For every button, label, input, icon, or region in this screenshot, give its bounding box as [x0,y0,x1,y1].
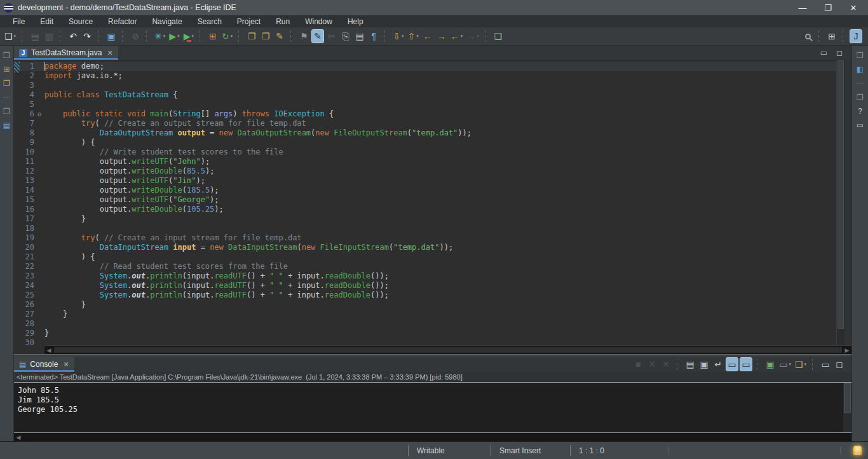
console-vertical-scrollbar-thumb[interactable] [844,383,851,413]
shift-right-button[interactable]: ⎘ [339,29,352,43]
editor-horizontal-scrollbar-thumb[interactable] [54,347,842,353]
external-tools-button[interactable]: ↻▾ [220,29,234,43]
console-view-button[interactable]: ▤ [1,118,13,132]
word-wrap-button[interactable]: ↵ [712,357,724,371]
code-editor-area[interactable]: 1package demo;2import java.io.*;34public… [14,60,836,345]
editor-minimize-button[interactable]: ▭ [820,48,827,57]
link-with-editor-button[interactable]: ✂ [325,29,338,43]
terminate-button[interactable]: ■ [632,357,644,371]
previous-annotation-button[interactable]: ⇧▾ [406,29,419,43]
coverage-button[interactable]: ▶▾ [182,29,195,43]
menu-refactor[interactable]: Refactor [100,17,144,26]
chevron-down-icon[interactable]: ▾ [14,34,17,39]
window-minimize-button[interactable]: — [798,3,807,13]
chevron-down-icon[interactable]: ▾ [191,34,194,39]
console-scroll-left-arrow-icon[interactable]: ◀ [14,433,23,441]
project-explorer-button[interactable]: ❐ [1,76,13,90]
restore-right-top-view-button[interactable]: ❐ [854,48,867,62]
restore-left-bottom-view-button[interactable]: ❐ [1,104,13,118]
menu-help[interactable]: Help [340,17,371,26]
open-type-button[interactable]: ❐ [245,29,258,43]
console-output-line: John 85.5 [18,386,843,395]
restore-right-bottom-view-button[interactable]: ❐ [854,90,867,104]
pin-console-button[interactable]: ▣ [764,357,776,371]
open-perspective-button[interactable]: ⊞ [825,29,838,43]
annotate-button[interactable]: ✎ [273,29,286,43]
show-selected-element-button[interactable]: ▤ [353,29,366,43]
run-button[interactable]: ▶▾ [168,29,180,43]
remove-all-terminated-button[interactable]: ✕ [660,357,672,371]
scroll-left-arrow-icon[interactable]: ◀ [44,346,53,354]
editor-tab-testdatastream[interactable]: J TestDataStream.java ✕ [14,46,118,60]
editor-maximize-button[interactable]: ◻ [836,48,843,57]
window-close-button[interactable]: ✕ [849,3,858,13]
menu-file[interactable]: File [5,17,32,26]
redo-button[interactable]: ↷ [81,29,93,43]
package-explorer-button[interactable]: ⊞ [1,62,13,76]
back-history-button[interactable]: ←▾ [449,29,465,43]
restore-left-top-view-button[interactable]: ❐ [1,48,13,62]
next-annotation-button[interactable]: ⇩▾ [391,29,405,43]
menu-edit[interactable]: Edit [32,17,61,26]
maximize-console-button[interactable]: ◻ [833,357,846,371]
menu-run[interactable]: Run [268,17,297,26]
save-all-button[interactable]: ▥ [43,29,55,43]
open-console-button[interactable]: ❏▾ [794,357,808,371]
editor-vertical-scrollbar-thumb[interactable] [837,60,844,329]
last-edit-location-button[interactable]: ← [421,29,434,43]
editor-tab-close-icon[interactable]: ✕ [107,49,112,57]
save-button[interactable]: ▤ [29,29,41,43]
chevron-down-icon[interactable]: ▾ [804,362,806,367]
search-c-button[interactable]: ⚑ [297,29,310,43]
chevron-down-icon[interactable]: ▾ [789,362,791,367]
show-whitespace-button[interactable]: ¶ [367,29,380,43]
menu-window[interactable]: Window [297,17,340,26]
show-stderr-button[interactable]: ▭ [740,357,752,371]
code-line: 7 try( // Create an output stream for fi… [14,119,836,128]
chevron-down-icon[interactable]: ▾ [477,34,479,39]
new-wizard-button[interactable]: ❏▾ [3,29,17,43]
scroll-lock-button[interactable]: ▣ [698,357,710,371]
debug-button[interactable]: ✳▾ [153,29,166,43]
menu-source[interactable]: Source [61,17,100,26]
chevron-down-icon[interactable]: ▾ [461,34,463,39]
skip-all-breakpoints-button[interactable]: ⊘ [129,29,142,43]
next-edit-location-button[interactable]: → [435,29,448,43]
console-tab[interactable]: ▤ Console ✕ [14,357,74,372]
java-perspective-button[interactable]: J [850,29,862,43]
chevron-down-icon[interactable]: ▾ [231,34,233,39]
chevron-down-icon[interactable]: ▾ [402,34,404,39]
chevron-down-icon[interactable]: ▾ [163,34,166,39]
editor-vertical-scrollbar[interactable] [836,60,844,345]
undo-button[interactable]: ↶ [67,29,79,43]
menu-search[interactable]: Search [190,17,229,26]
internal-browser-button[interactable]: ▭ [854,118,867,132]
task-list-button[interactable]: ◧ [854,62,867,76]
new-java-project-button[interactable]: ⊞ [207,29,219,43]
menu-project[interactable]: Project [229,17,268,26]
show-stdout-button[interactable]: ▭ [726,357,738,371]
toggle-mark-occurrences-button[interactable]: ✎ [311,29,324,43]
editor-horizontal-scrollbar[interactable]: ◀ ▶ [44,345,851,354]
console-tab-close-icon[interactable]: ✕ [63,360,69,369]
open-resource-button[interactable]: ❐ [259,29,272,43]
display-selected-console-button[interactable]: ▭▾ [778,357,792,371]
pin-editor-button[interactable]: ❏ [492,29,505,43]
chevron-down-icon[interactable]: ▾ [416,34,419,39]
fold-collapse-icon[interactable]: ⊖ [34,109,44,119]
help-button[interactable]: ? [854,104,867,118]
console-output[interactable]: John 85.5Jim 185.5George 105.25 [14,383,843,432]
new-console-view-button[interactable]: ▣ [105,29,118,43]
chevron-down-icon[interactable]: ▾ [177,34,180,39]
clear-console-button[interactable]: ▤ [684,357,696,371]
console-horizontal-scrollbar[interactable]: ◀ [14,432,851,441]
console-vertical-scrollbar[interactable] [843,383,851,432]
remove-launch-button[interactable]: ✕ [646,357,658,371]
window-restore-button[interactable]: ❐ [824,3,832,13]
forward-history-button[interactable]: →▾ [465,29,480,43]
search-button[interactable] [801,29,814,43]
notification-lightbulb-icon[interactable] [853,446,862,455]
minimize-console-button[interactable]: ▭ [819,357,832,371]
scroll-right-arrow-icon[interactable]: ▶ [843,346,851,354]
menu-navigate[interactable]: Navigate [144,17,189,26]
